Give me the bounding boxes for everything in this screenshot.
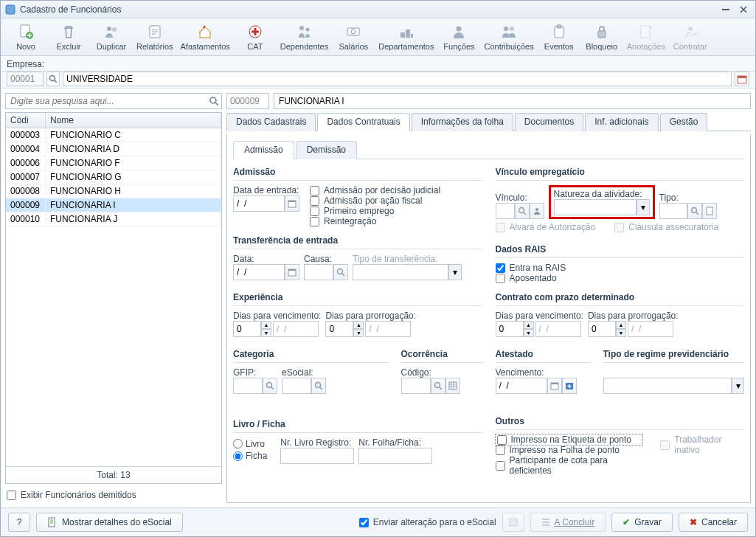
toolbar-eventos[interactable]: Eventos [538,21,580,52]
list-icon[interactable] [445,378,460,394]
lookup-icon[interactable] [515,203,530,219]
help-button[interactable]: ? [8,513,30,532]
transf-data-input[interactable] [233,264,285,280]
empresa-code[interactable]: 00001 [7,72,44,86]
exp-prorr-date[interactable] [365,321,411,337]
tab-0[interactable]: Dados Cadastrais [226,113,316,131]
spin-up-icon[interactable]: ▲ [353,321,364,329]
toolbar-dependentes[interactable]: Dependentes [277,21,331,52]
cp-prorr-date[interactable] [628,321,673,337]
chevron-down-icon[interactable]: ▾ [732,378,744,394]
toolbar-duplicar[interactable]: Duplicar [91,21,132,52]
toolbar-bloqueio[interactable]: Bloqueio [581,21,623,52]
radio-ficha[interactable]: Ficha [233,451,267,461]
chk-judicial[interactable]: Admissão por decisão judicial [310,185,440,195]
cp-venc-date[interactable] [535,321,581,337]
nr-folha-input[interactable] [358,448,432,464]
calendar-icon[interactable] [285,264,299,280]
cp-dias-prorr-input[interactable] [588,321,616,337]
table-row[interactable]: 000003FUNCIONARIO C [6,128,221,142]
toolbar-departamentos[interactable]: Departamentos [375,21,437,52]
tab-3[interactable]: Documentos [515,113,583,131]
calendar-plus-icon[interactable] [562,378,577,394]
table-row[interactable]: 000008FUNCIONARIO H [6,184,221,198]
lookup-icon[interactable] [687,203,702,219]
gfip-input[interactable] [233,378,263,394]
lookup-icon[interactable] [263,378,277,394]
close-button[interactable] [736,4,751,15]
search-input[interactable] [5,93,222,109]
atestado-date-input[interactable] [496,378,547,394]
causa-input[interactable] [304,264,333,280]
chk-primeiro[interactable]: Primeiro emprego [310,206,440,216]
regime-select[interactable] [603,378,732,394]
lookup-icon[interactable] [311,378,326,394]
nr-livro-input[interactable] [280,448,354,464]
spin-down-icon[interactable]: ▼ [353,329,364,337]
empresa-name[interactable]: UNIVERSIDADE [63,72,732,86]
lookup-icon[interactable] [333,264,348,280]
spin-up-icon[interactable]: ▲ [261,321,271,329]
chk-etiqueta[interactable]: Impresso na Etiqueta de ponto [496,434,643,445]
ocorr-codigo-input[interactable] [401,378,431,394]
esocial-input[interactable] [282,378,311,394]
calendar-icon[interactable] [285,195,299,212]
subtab-1[interactable]: Demissão [296,141,357,159]
minimize-button[interactable] [718,4,733,15]
table-row[interactable]: 000010FUNCIONARIA J [6,212,221,226]
chevron-down-icon[interactable]: ▾ [637,199,650,215]
toolbar-funcoes[interactable]: Funções [438,21,479,52]
empresa-lookup-button[interactable] [46,72,60,86]
detail-name[interactable]: FUNCIONARIA I [274,93,751,109]
exp-venc-date[interactable] [273,321,319,337]
calendar-icon[interactable] [547,378,562,394]
search-button[interactable] [207,94,221,108]
radio-livro[interactable]: Livro [233,439,265,449]
subtab-0[interactable]: Admissão [233,141,294,159]
empresa-calendar-button[interactable] [735,72,749,86]
doc-icon[interactable] [702,203,717,219]
table-row[interactable]: 000009FUNCIONARIA I [6,198,221,212]
toolbar-relatorios[interactable]: Relatórios [133,21,176,52]
esocial-details-button[interactable]: Mostrar detalhes do eSocial [36,513,183,532]
table-row[interactable]: 000006FUNCIONARIO F [6,156,221,170]
exp-dias-venc-input[interactable] [233,321,261,337]
person-icon[interactable] [530,203,544,219]
toolbar-afastamentos[interactable]: Afastamentos [178,21,233,52]
vinculo-input[interactable] [496,203,515,219]
natureza-select[interactable] [554,199,637,215]
tipo-input[interactable] [659,203,687,219]
table-row[interactable]: 000007FUNCIONARIO G [6,170,221,184]
table-row[interactable]: 000004FUNCIONARIA D [6,142,221,156]
show-dismissed-checkbox[interactable]: Exibir Funcionários demitidos [5,487,222,503]
chk-aposentado[interactable]: Aposentado [496,273,745,283]
toolbar-novo[interactable]: Novo [5,21,46,52]
tab-4[interactable]: Inf. adicionais [585,113,658,131]
spin-down-icon[interactable]: ▼ [261,329,271,337]
exp-dias-prorr-input[interactable] [325,321,353,337]
chk-reintegracao[interactable]: Reintegração [310,216,440,226]
tab-2[interactable]: Informações da folha [412,113,513,131]
chk-folha-ponto[interactable]: Impresso na Folha de ponto [496,445,643,455]
lookup-icon[interactable] [431,378,445,394]
tab-1[interactable]: Dados Contratuais [317,113,409,131]
toolbar-cat[interactable]: CAT [235,21,276,52]
spin-down-icon[interactable]: ▼ [524,329,534,337]
cp-dias-venc-input[interactable] [496,321,524,337]
toolbar-contribuicoes[interactable]: Contribuições [481,21,536,52]
cancelar-button[interactable]: ✖Cancelar [679,513,748,532]
col-header-nome[interactable]: Nome [46,113,221,128]
toolbar-excluir[interactable]: Excluir [48,21,89,52]
chk-enviar-esocial[interactable]: Enviar alteração para o eSocial [359,517,496,527]
chk-entra-rais[interactable]: Entra na RAIS [496,263,745,273]
toolbar-salarios[interactable]: Salários [333,21,374,52]
gravar-button[interactable]: ✔Gravar [611,513,673,532]
spin-up-icon[interactable]: ▲ [524,321,534,329]
detail-code[interactable]: 000009 [226,93,269,109]
chk-cota[interactable]: Participante de cota para deficientes [496,455,643,476]
tab-5[interactable]: Gestão [660,113,708,131]
spin-down-icon[interactable]: ▼ [616,329,626,337]
col-header-codi[interactable]: Códi [6,113,46,128]
spin-up-icon[interactable]: ▲ [616,321,626,329]
data-entrada-input[interactable] [233,195,285,212]
